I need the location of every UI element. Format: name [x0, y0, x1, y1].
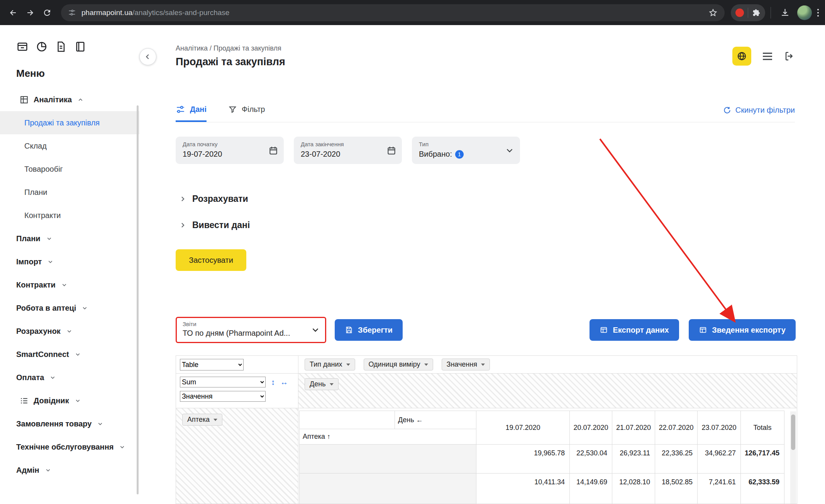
- globe-icon: [737, 51, 747, 61]
- attr-chip-unit[interactable]: Одиниця виміру: [364, 359, 433, 370]
- col-chip-day[interactable]: День: [305, 378, 339, 390]
- date-start-field[interactable]: Дата початку 19-07-2020: [176, 137, 284, 164]
- date-end-field[interactable]: Дата закінчення 23-07-2020: [294, 137, 402, 164]
- col-attr-header[interactable]: День ←: [395, 411, 476, 429]
- reset-filters-button[interactable]: Скинути фільтри: [723, 97, 795, 122]
- tab-bar: Дані Фільтр Скинути фільтри: [176, 97, 795, 122]
- browser-forward-button[interactable]: [22, 4, 39, 21]
- sort-updown-icon[interactable]: ↕: [271, 378, 275, 387]
- refresh-icon: [723, 106, 732, 115]
- browser-profile-avatar[interactable]: [797, 5, 812, 20]
- sidebar-item-payment[interactable]: Оплата: [0, 366, 139, 389]
- wallet-icon[interactable]: [16, 41, 29, 53]
- save-report-button[interactable]: Зберегти: [335, 319, 403, 341]
- url-path: /analytics/sales-and-purchase: [132, 8, 229, 17]
- sidebar-item-warehouse[interactable]: Склад: [0, 134, 139, 157]
- sidebar-item-directory[interactable]: Довідник: [0, 389, 139, 412]
- totals-column-header: Totals: [741, 411, 784, 445]
- column-attrs-dropzone[interactable]: День: [298, 374, 797, 408]
- aggregator-select[interactable]: Sum: [180, 377, 266, 387]
- funnel-icon: [228, 105, 237, 114]
- pie-chart-icon[interactable]: [36, 41, 48, 53]
- calendar-icon[interactable]: [268, 145, 278, 156]
- app-menu-button[interactable]: [761, 50, 774, 63]
- chevron-down-icon[interactable]: [505, 145, 515, 156]
- tab-filter[interactable]: Фільтр: [228, 97, 265, 122]
- sidebar-item-goods-order[interactable]: Замовлення товару: [0, 412, 139, 435]
- sidebar-item-smartconnect[interactable]: SmartConnect: [0, 343, 139, 366]
- pharmacy-name-cell: [300, 445, 476, 474]
- sidebar-item-import[interactable]: Імпорт: [0, 250, 139, 273]
- chevron-down-icon: [66, 328, 73, 335]
- book-icon[interactable]: [74, 41, 86, 53]
- sidebar-item-plans[interactable]: Плани: [0, 227, 139, 250]
- sidebar-item-contracts[interactable]: Контракти: [0, 273, 139, 296]
- adblock-extension-icon[interactable]: [735, 8, 744, 17]
- chevron-down-icon: [49, 374, 56, 381]
- sidebar-collapse-button[interactable]: [139, 48, 156, 65]
- bookmark-star-icon[interactable]: [708, 8, 718, 17]
- browser-back-button[interactable]: [5, 4, 22, 21]
- chevron-down-icon: [45, 467, 51, 474]
- column-header: 19.07.2020: [476, 411, 570, 445]
- sidebar: Меню Аналітика Продажі та закупівля Скла…: [0, 25, 139, 504]
- table-row: 10,411.34 14,149.69 12,028.10 18,502.85 …: [300, 474, 784, 504]
- section-calculate[interactable]: Розрахувати: [179, 192, 248, 206]
- sidebar-item-pharmacy-work[interactable]: Робота в аптеці: [0, 296, 139, 320]
- aggregator-attr-select[interactable]: Значення: [180, 391, 266, 402]
- column-header: 22.07.2020: [655, 411, 698, 445]
- sliders-icon: [176, 105, 185, 114]
- chevron-down-icon: [46, 235, 53, 242]
- caret-down-icon: [213, 419, 217, 421]
- row-attr-header[interactable]: Аптека ↑: [300, 429, 476, 445]
- sidebar-item-analytics[interactable]: Аналітика: [0, 88, 139, 111]
- table-row: 19,965.78 22,530.04 26,923.11 22,336.25 …: [300, 445, 784, 474]
- type-select-field[interactable]: Тип Вибрано: 1: [412, 137, 520, 164]
- browser-reload-button[interactable]: [39, 4, 56, 21]
- attr-chip-data-type[interactable]: Тип даних: [305, 359, 355, 370]
- sidebar-item-contracts-sub[interactable]: Контракти: [0, 204, 139, 227]
- chevron-down-icon: [310, 325, 320, 335]
- attr-chip-value[interactable]: Значення: [442, 359, 490, 370]
- downloads-icon[interactable]: [776, 4, 793, 21]
- sidebar-item-turnover[interactable]: Товарообіг: [0, 157, 139, 181]
- logout-button[interactable]: [784, 51, 795, 62]
- address-bar[interactable]: pharmapoint.ua/analytics/sales-and-purch…: [61, 4, 725, 21]
- sort-leftright-icon[interactable]: ↔: [280, 378, 288, 387]
- row-chip-pharmacy[interactable]: Аптека: [182, 414, 222, 426]
- table-scrollbar-thumb[interactable]: [791, 414, 795, 450]
- value-cell: 34,962.27: [698, 445, 741, 474]
- reports-dropdown-value: ТО по дням (Pharmapoint Ad...: [183, 329, 308, 338]
- breadcrumb[interactable]: Аналітика / Продажі та закупівля: [176, 44, 281, 52]
- extensions-puzzle-icon[interactable]: [752, 8, 761, 17]
- language-globe-button[interactable]: [732, 47, 751, 66]
- sidebar-item-sales-and-purchase[interactable]: Продажі та закупівля: [0, 111, 139, 134]
- reports-dropdown[interactable]: Звіти ТО по дням (Pharmapoint Ad...: [176, 317, 326, 343]
- extensions-pill: [731, 4, 765, 21]
- apply-button[interactable]: Застосувати: [176, 249, 246, 271]
- document-icon[interactable]: [55, 41, 67, 53]
- renderer-select[interactable]: Table: [180, 359, 244, 370]
- pivot-output-table: День ← 19.07.2020 20.07.2020 21.07.2020 …: [299, 411, 784, 504]
- chevron-down-icon: [75, 351, 81, 358]
- sidebar-item-plans-sub[interactable]: Плани: [0, 181, 139, 204]
- value-cell: 12,028.10: [612, 474, 655, 504]
- tab-data[interactable]: Дані: [176, 97, 207, 122]
- sidebar-item-calculation[interactable]: Розрахунок: [0, 320, 139, 343]
- export-data-button[interactable]: Експорт даних: [590, 319, 679, 341]
- chevron-right-icon: [179, 195, 187, 203]
- calendar-icon[interactable]: [386, 145, 396, 156]
- sidebar-item-admin[interactable]: Адмін: [0, 458, 139, 482]
- sidebar-scrollbar[interactable]: [137, 105, 139, 494]
- pivot-output-area: День ← 19.07.2020 20.07.2020 21.07.2020 …: [298, 408, 797, 504]
- grid-icon: [19, 95, 29, 105]
- sidebar-item-maintenance[interactable]: Технічне обслуговування: [0, 435, 139, 458]
- export-summary-button[interactable]: Зведення експорту: [689, 319, 796, 341]
- site-info-icon[interactable]: [68, 8, 76, 17]
- row-attrs-dropzone[interactable]: Аптека: [176, 408, 298, 504]
- table-scrollbar[interactable]: [790, 411, 796, 504]
- chevron-down-icon: [61, 282, 68, 288]
- value-cell: 10,411.34: [476, 474, 570, 504]
- section-output-data[interactable]: Вивести дані: [179, 218, 250, 232]
- browser-menu-icon[interactable]: [816, 9, 825, 17]
